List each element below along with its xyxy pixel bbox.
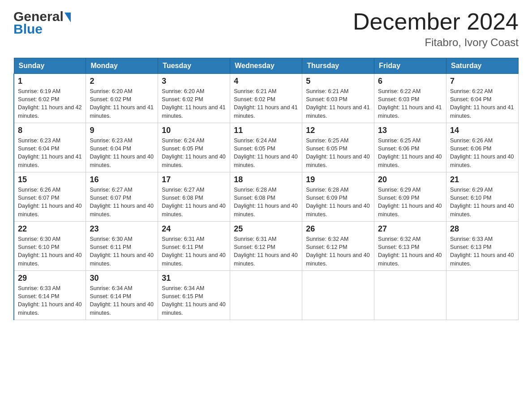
day-number: 9 [90,126,154,135]
day-number: 3 [162,77,226,86]
day-info: Sunrise: 6:23 AMSunset: 6:04 PMDaylight:… [18,137,82,169]
calendar-cell [302,271,374,320]
calendar-cell: 29Sunrise: 6:33 AMSunset: 6:14 PMDayligh… [14,271,86,320]
day-info: Sunrise: 6:30 AMSunset: 6:10 PMDaylight:… [18,235,82,268]
day-info: Sunrise: 6:23 AMSunset: 6:04 PMDaylight:… [90,137,154,169]
col-header-thursday: Thursday [302,58,374,74]
day-info: Sunrise: 6:33 AMSunset: 6:13 PMDaylight:… [450,235,515,268]
day-number: 8 [18,126,82,135]
calendar-table: SundayMondayTuesdayWednesdayThursdayFrid… [13,58,519,320]
calendar-cell: 30Sunrise: 6:34 AMSunset: 6:14 PMDayligh… [86,271,158,320]
calendar-week-row: 8Sunrise: 6:23 AMSunset: 6:04 PMDaylight… [14,123,519,172]
day-info: Sunrise: 6:20 AMSunset: 6:02 PMDaylight:… [162,87,226,120]
day-number: 4 [234,77,298,86]
day-number: 12 [306,126,370,135]
day-number: 20 [378,175,442,184]
calendar-cell: 25Sunrise: 6:31 AMSunset: 6:12 PMDayligh… [230,222,302,271]
day-info: Sunrise: 6:29 AMSunset: 6:10 PMDaylight:… [450,186,515,218]
day-info: Sunrise: 6:19 AMSunset: 6:02 PMDaylight:… [18,87,82,120]
calendar-cell: 21Sunrise: 6:29 AMSunset: 6:10 PMDayligh… [446,172,519,222]
calendar-cell: 5Sunrise: 6:21 AMSunset: 6:03 PMDaylight… [302,74,374,123]
calendar-cell: 16Sunrise: 6:27 AMSunset: 6:07 PMDayligh… [86,172,158,222]
calendar-cell: 7Sunrise: 6:22 AMSunset: 6:04 PMDaylight… [446,74,519,123]
calendar-cell [230,271,302,320]
day-info: Sunrise: 6:21 AMSunset: 6:03 PMDaylight:… [306,87,370,120]
day-number: 26 [306,224,370,234]
calendar-cell: 23Sunrise: 6:30 AMSunset: 6:11 PMDayligh… [86,222,158,271]
calendar-cell: 4Sunrise: 6:21 AMSunset: 6:02 PMDaylight… [230,74,302,123]
day-info: Sunrise: 6:25 AMSunset: 6:06 PMDaylight:… [378,137,442,169]
title-section: December 2024 Fitabro, Ivory Coast [353,9,519,49]
day-info: Sunrise: 6:22 AMSunset: 6:04 PMDaylight:… [450,87,515,120]
calendar-cell: 3Sunrise: 6:20 AMSunset: 6:02 PMDaylight… [158,74,230,123]
calendar-cell: 31Sunrise: 6:34 AMSunset: 6:15 PMDayligh… [158,271,230,320]
calendar-cell: 2Sunrise: 6:20 AMSunset: 6:02 PMDaylight… [86,74,158,123]
day-info: Sunrise: 6:28 AMSunset: 6:08 PMDaylight:… [234,186,298,218]
calendar-cell: 13Sunrise: 6:25 AMSunset: 6:06 PMDayligh… [374,123,446,172]
calendar-cell: 27Sunrise: 6:32 AMSunset: 6:13 PMDayligh… [374,222,446,271]
day-info: Sunrise: 6:28 AMSunset: 6:09 PMDaylight:… [306,186,370,218]
day-number: 31 [162,274,226,283]
calendar-cell: 28Sunrise: 6:33 AMSunset: 6:13 PMDayligh… [446,222,519,271]
logo-triangle-icon [64,13,71,22]
calendar-header-row: SundayMondayTuesdayWednesdayThursdayFrid… [14,58,519,74]
day-info: Sunrise: 6:31 AMSunset: 6:11 PMDaylight:… [162,235,226,268]
day-number: 7 [450,77,515,86]
day-number: 17 [162,175,226,184]
calendar-cell: 19Sunrise: 6:28 AMSunset: 6:09 PMDayligh… [302,172,374,222]
day-info: Sunrise: 6:29 AMSunset: 6:09 PMDaylight:… [378,186,442,218]
day-info: Sunrise: 6:24 AMSunset: 6:05 PMDaylight:… [162,137,226,169]
col-header-wednesday: Wednesday [230,58,302,74]
calendar-cell: 15Sunrise: 6:26 AMSunset: 6:07 PMDayligh… [14,172,86,222]
day-number: 1 [18,77,82,86]
day-number: 25 [234,224,298,234]
day-info: Sunrise: 6:34 AMSunset: 6:14 PMDaylight:… [90,284,154,317]
calendar-cell: 18Sunrise: 6:28 AMSunset: 6:08 PMDayligh… [230,172,302,222]
month-title: December 2024 [353,9,519,34]
location-title: Fitabro, Ivory Coast [353,36,519,49]
calendar-cell: 9Sunrise: 6:23 AMSunset: 6:04 PMDaylight… [86,123,158,172]
calendar-week-row: 22Sunrise: 6:30 AMSunset: 6:10 PMDayligh… [14,222,519,271]
calendar-cell: 17Sunrise: 6:27 AMSunset: 6:08 PMDayligh… [158,172,230,222]
calendar-cell: 6Sunrise: 6:22 AMSunset: 6:03 PMDaylight… [374,74,446,123]
logo-blue-text: Blue [13,21,43,37]
day-number: 6 [378,77,442,86]
calendar-cell: 12Sunrise: 6:25 AMSunset: 6:05 PMDayligh… [302,123,374,172]
calendar-cell: 20Sunrise: 6:29 AMSunset: 6:09 PMDayligh… [374,172,446,222]
day-info: Sunrise: 6:25 AMSunset: 6:05 PMDaylight:… [306,137,370,169]
calendar-cell: 1Sunrise: 6:19 AMSunset: 6:02 PMDaylight… [14,74,86,123]
calendar-cell: 8Sunrise: 6:23 AMSunset: 6:04 PMDaylight… [14,123,86,172]
day-info: Sunrise: 6:34 AMSunset: 6:15 PMDaylight:… [162,284,226,317]
day-number: 10 [162,126,226,135]
day-number: 13 [378,126,442,135]
col-header-monday: Monday [86,58,158,74]
calendar-cell: 24Sunrise: 6:31 AMSunset: 6:11 PMDayligh… [158,222,230,271]
logo: General Blue [13,9,71,37]
col-header-sunday: Sunday [14,58,86,74]
calendar-cell: 10Sunrise: 6:24 AMSunset: 6:05 PMDayligh… [158,123,230,172]
calendar-week-row: 1Sunrise: 6:19 AMSunset: 6:02 PMDaylight… [14,74,519,123]
day-info: Sunrise: 6:21 AMSunset: 6:02 PMDaylight:… [234,87,298,120]
day-number: 5 [306,77,370,86]
day-number: 15 [18,175,82,184]
day-number: 24 [162,224,226,234]
day-info: Sunrise: 6:33 AMSunset: 6:14 PMDaylight:… [18,284,82,317]
page-header: General Blue December 2024 Fitabro, Ivor… [13,9,519,49]
calendar-cell: 22Sunrise: 6:30 AMSunset: 6:10 PMDayligh… [14,222,86,271]
day-info: Sunrise: 6:27 AMSunset: 6:08 PMDaylight:… [162,186,226,218]
day-info: Sunrise: 6:22 AMSunset: 6:03 PMDaylight:… [378,87,442,120]
day-number: 30 [90,274,154,283]
day-number: 29 [18,274,82,283]
day-info: Sunrise: 6:26 AMSunset: 6:07 PMDaylight:… [18,186,82,218]
day-number: 27 [378,224,442,234]
day-number: 19 [306,175,370,184]
day-number: 23 [90,224,154,234]
day-number: 14 [450,126,515,135]
day-info: Sunrise: 6:20 AMSunset: 6:02 PMDaylight:… [90,87,154,120]
day-info: Sunrise: 6:32 AMSunset: 6:13 PMDaylight:… [378,235,442,268]
col-header-tuesday: Tuesday [158,58,230,74]
day-number: 18 [234,175,298,184]
day-number: 16 [90,175,154,184]
calendar-cell [374,271,446,320]
calendar-week-row: 29Sunrise: 6:33 AMSunset: 6:14 PMDayligh… [14,271,519,320]
